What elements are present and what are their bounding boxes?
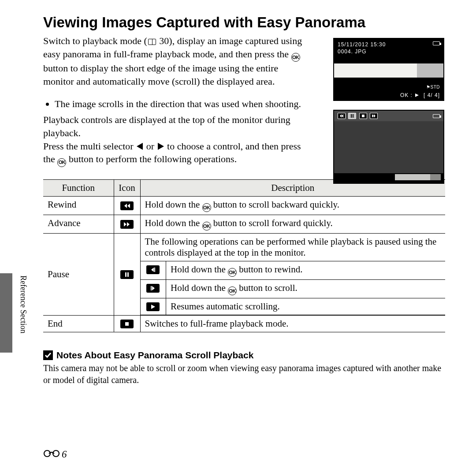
fn-icon-cell	[114, 233, 140, 315]
th-icon: Icon	[114, 179, 140, 196]
fn-desc: Switches to full-frame playback mode.	[140, 315, 445, 332]
fn-desc: The following operations can be performe…	[140, 233, 445, 315]
fn-icon-cell	[114, 196, 140, 215]
page-num-text: 6	[62, 449, 67, 460]
advance-icon	[120, 220, 134, 229]
txt: Hold down the	[171, 264, 228, 275]
fn-icon-cell	[114, 215, 140, 233]
manual-ref-icon	[148, 39, 156, 45]
side-tab-bar	[0, 273, 12, 353]
intro-text: button to display the short edge of the …	[43, 63, 278, 87]
screen-preview-1: 15/11/2012 15:30 0004. JPG ⚑STD OK : [ 4…	[333, 38, 444, 101]
ok-button-icon: OK	[228, 268, 237, 277]
mid-section: The image scrolls in the direction that …	[43, 97, 310, 167]
function-table: Function Icon Description Rewind Hold do…	[43, 179, 445, 332]
ok-button-icon: OK	[291, 53, 300, 62]
txt: button to rewind.	[237, 264, 302, 275]
mid-text: button to perform the following operatio…	[66, 153, 237, 164]
ctrl-rewind-icon	[338, 113, 346, 119]
fn-name: Advance	[43, 215, 114, 233]
svg-rect-5	[351, 114, 352, 118]
section-side-label: Reference Section	[19, 275, 28, 333]
txt: button to scroll.	[237, 283, 298, 293]
screen-illustrations: 15/11/2012 15:30 0004. JPG ⚑STD OK : [ 4…	[333, 38, 444, 193]
intro-paragraph: Switch to playback mode ( 30), display a…	[43, 34, 310, 88]
pause-icon	[120, 270, 134, 279]
screen-datetime: 15/11/2012 15:30	[338, 41, 386, 48]
thumbnail-strip	[334, 173, 443, 183]
ok-button-icon: OK	[228, 286, 237, 295]
table-row: Pause The following operations can be pe…	[43, 233, 445, 315]
fn-name: End	[43, 315, 114, 332]
fn-name: Rewind	[43, 196, 114, 215]
ok-button-icon: OK	[57, 158, 66, 167]
pause-sub-desc: Hold down the OK button to rewind.	[166, 261, 446, 279]
txt: Hold down the	[145, 218, 202, 228]
table-row: End Switches to full-frame playback mode…	[43, 315, 445, 332]
svg-rect-6	[353, 114, 353, 118]
mid-paragraph: Press the multi selector or to choose a …	[43, 140, 310, 167]
txt: button to scroll forward quickly.	[211, 218, 333, 228]
step-forward-icon	[146, 284, 160, 293]
screen-filename: 0004. JPG	[334, 48, 443, 56]
ctrl-pause-icon	[348, 113, 356, 119]
pause-intro: The following operations can be performe…	[141, 234, 446, 261]
reference-link-icon	[43, 449, 60, 460]
step-rewind-icon	[146, 265, 160, 274]
mid-paragraph: Playback controls are displayed at the t…	[43, 113, 310, 139]
svg-rect-4	[125, 322, 129, 326]
battery-icon	[433, 41, 440, 45]
svg-rect-0	[125, 272, 126, 277]
notes-title: Notes About Easy Panorama Scroll Playbac…	[56, 350, 253, 361]
notes-body: This camera may not be able to scroll or…	[43, 362, 445, 386]
th-function: Function	[43, 179, 114, 196]
txt: button to scroll backward quickly.	[211, 199, 339, 210]
note-check-icon	[43, 350, 53, 360]
battery-icon	[433, 114, 440, 118]
panorama-strip	[334, 63, 443, 78]
txt: OK :	[400, 92, 413, 98]
table-row: Rewind Hold down the OK button to scroll…	[43, 196, 445, 215]
svg-rect-1	[127, 272, 129, 277]
svg-rect-3	[151, 286, 152, 290]
left-arrow-icon	[137, 143, 143, 150]
txt: STD	[431, 85, 440, 89]
playback-controls	[338, 113, 379, 119]
svg-rect-2	[154, 268, 155, 272]
table-row: Advance Hold down the OK button to scrol…	[43, 215, 445, 233]
ctrl-forward-icon	[370, 113, 378, 119]
intro-text: Switch to playback mode (	[43, 35, 147, 46]
fn-name: Pause	[43, 233, 114, 315]
fn-desc: Hold down the OK button to scroll backwa…	[140, 196, 445, 215]
stop-icon	[120, 320, 134, 328]
txt: Hold down the	[171, 283, 228, 293]
screen-bottom-line: OK : [ 4/ 4]	[334, 90, 443, 100]
fn-icon-cell	[114, 315, 140, 332]
fn-desc: Hold down the OK button to scroll forwar…	[140, 215, 445, 233]
ok-button-icon: OK	[202, 222, 211, 231]
right-arrow-icon	[158, 143, 164, 150]
txt: [ 4/ 4]	[424, 92, 440, 98]
bullet-item: The image scrolls in the direction that …	[55, 97, 310, 111]
ctrl-stop-icon	[359, 113, 367, 119]
screen-badge: ⚑STD	[334, 85, 443, 90]
notes-block: Notes About Easy Panorama Scroll Playbac…	[43, 350, 445, 386]
page-title: Viewing Images Captured with Easy Panora…	[43, 14, 445, 31]
panorama-view-area	[334, 121, 443, 173]
mid-text: or	[144, 141, 156, 152]
pause-sub-desc: Hold down the OK button to scroll.	[166, 279, 446, 298]
pause-sub-desc: Resumes automatic scrolling.	[166, 298, 446, 315]
play-icon	[146, 302, 160, 311]
screen-preview-2	[333, 110, 444, 184]
page-number: 6	[43, 449, 67, 460]
rewind-icon	[120, 201, 134, 210]
txt: Hold down the	[145, 199, 202, 210]
mid-text: Press the multi selector	[43, 141, 136, 152]
svg-rect-7	[362, 115, 364, 117]
ok-button-icon: OK	[202, 203, 211, 212]
